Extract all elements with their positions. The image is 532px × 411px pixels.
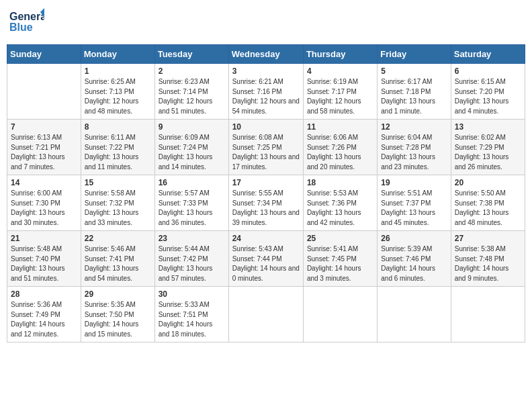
day-number: 14: [11, 178, 77, 187]
calendar-week-row: 21Sunrise: 5:48 AMSunset: 7:40 PMDayligh…: [7, 231, 525, 287]
day-info: Sunrise: 5:41 AMSunset: 7:45 PMDaylight:…: [307, 244, 373, 283]
day-info: Sunrise: 5:53 AMSunset: 7:36 PMDaylight:…: [307, 189, 373, 228]
calendar-week-row: 7Sunrise: 6:13 AMSunset: 7:21 PMDaylight…: [7, 120, 525, 175]
day-number: 27: [455, 234, 521, 243]
logo-graphic: General Blue: [9, 7, 44, 39]
svg-text:Blue: Blue: [9, 21, 33, 33]
day-number: 5: [381, 66, 447, 76]
calendar-cell: 24Sunrise: 5:43 AMSunset: 7:44 PMDayligh…: [228, 231, 303, 287]
calendar-cell: [378, 287, 451, 342]
day-number: 15: [85, 178, 151, 187]
day-number: 29: [85, 289, 151, 299]
day-info: Sunrise: 5:33 AMSunset: 7:51 PMDaylight:…: [159, 300, 225, 339]
calendar-cell: 25Sunrise: 5:41 AMSunset: 7:45 PMDayligh…: [303, 231, 377, 287]
day-number: 23: [159, 234, 225, 243]
calendar-cell: 12Sunrise: 6:04 AMSunset: 7:28 PMDayligh…: [378, 120, 451, 175]
day-number: 24: [232, 234, 300, 243]
col-header-thursday: Thursday: [303, 45, 377, 64]
col-header-friday: Friday: [378, 45, 451, 64]
calendar-cell: 7Sunrise: 6:13 AMSunset: 7:21 PMDaylight…: [7, 120, 81, 175]
day-info: Sunrise: 6:09 AMSunset: 7:24 PMDaylight:…: [159, 133, 225, 172]
day-number: 6: [455, 66, 521, 76]
day-info: Sunrise: 5:38 AMSunset: 7:48 PMDaylight:…: [455, 244, 521, 283]
day-number: 22: [85, 234, 151, 243]
col-header-monday: Monday: [81, 45, 154, 64]
calendar-table: SundayMondayTuesdayWednesdayThursdayFrid…: [7, 44, 525, 342]
calendar-cell: 16Sunrise: 5:57 AMSunset: 7:33 PMDayligh…: [154, 175, 228, 231]
calendar-cell: 15Sunrise: 5:58 AMSunset: 7:32 PMDayligh…: [81, 175, 154, 231]
calendar-cell: [303, 287, 377, 342]
calendar-cell: 1Sunrise: 6:25 AMSunset: 7:13 PMDaylight…: [81, 64, 154, 120]
day-number: 17: [232, 178, 300, 187]
calendar-cell: 28Sunrise: 5:36 AMSunset: 7:49 PMDayligh…: [7, 287, 81, 342]
day-info: Sunrise: 6:02 AMSunset: 7:29 PMDaylight:…: [455, 133, 521, 172]
day-number: 12: [381, 122, 447, 132]
col-header-sunday: Sunday: [7, 45, 81, 64]
day-number: 13: [455, 122, 521, 132]
calendar-cell: 29Sunrise: 5:35 AMSunset: 7:50 PMDayligh…: [81, 287, 154, 342]
calendar-cell: [451, 287, 525, 342]
day-info: Sunrise: 6:17 AMSunset: 7:18 PMDaylight:…: [381, 77, 447, 116]
col-header-saturday: Saturday: [451, 45, 525, 64]
day-number: 3: [232, 66, 300, 76]
calendar-week-row: 14Sunrise: 6:00 AMSunset: 7:30 PMDayligh…: [7, 175, 525, 231]
day-number: 16: [159, 178, 225, 187]
day-number: 30: [159, 289, 225, 299]
calendar-cell: 20Sunrise: 5:50 AMSunset: 7:38 PMDayligh…: [451, 175, 525, 231]
calendar-week-row: 28Sunrise: 5:36 AMSunset: 7:49 PMDayligh…: [7, 287, 525, 342]
calendar-header-row: SundayMondayTuesdayWednesdayThursdayFrid…: [7, 45, 525, 64]
day-info: Sunrise: 6:00 AMSunset: 7:30 PMDaylight:…: [11, 189, 77, 228]
col-header-wednesday: Wednesday: [228, 45, 303, 64]
day-number: 21: [11, 234, 77, 243]
day-info: Sunrise: 5:39 AMSunset: 7:46 PMDaylight:…: [381, 244, 447, 283]
calendar-cell: 2Sunrise: 6:23 AMSunset: 7:14 PMDaylight…: [154, 64, 228, 120]
day-info: Sunrise: 6:25 AMSunset: 7:13 PMDaylight:…: [85, 77, 151, 116]
day-info: Sunrise: 6:21 AMSunset: 7:16 PMDaylight:…: [232, 77, 300, 116]
day-info: Sunrise: 5:36 AMSunset: 7:49 PMDaylight:…: [11, 300, 77, 339]
calendar-cell: 19Sunrise: 5:51 AMSunset: 7:37 PMDayligh…: [378, 175, 451, 231]
calendar-week-row: 1Sunrise: 6:25 AMSunset: 7:13 PMDaylight…: [7, 64, 525, 120]
day-info: Sunrise: 6:06 AMSunset: 7:26 PMDaylight:…: [307, 133, 373, 172]
day-number: 7: [11, 122, 77, 132]
calendar-cell: 17Sunrise: 5:55 AMSunset: 7:34 PMDayligh…: [228, 175, 303, 231]
day-info: Sunrise: 6:04 AMSunset: 7:28 PMDaylight:…: [381, 133, 447, 172]
calendar-cell: 18Sunrise: 5:53 AMSunset: 7:36 PMDayligh…: [303, 175, 377, 231]
calendar-cell: 30Sunrise: 5:33 AMSunset: 7:51 PMDayligh…: [154, 287, 228, 342]
calendar-cell: 22Sunrise: 5:46 AMSunset: 7:41 PMDayligh…: [81, 231, 154, 287]
day-info: Sunrise: 5:48 AMSunset: 7:40 PMDaylight:…: [11, 244, 77, 283]
day-number: 10: [232, 122, 300, 132]
day-number: 9: [159, 122, 225, 132]
calendar-cell: 11Sunrise: 6:06 AMSunset: 7:26 PMDayligh…: [303, 120, 377, 175]
day-number: 18: [307, 178, 373, 187]
day-info: Sunrise: 6:08 AMSunset: 7:25 PMDaylight:…: [232, 133, 300, 172]
calendar-cell: 10Sunrise: 6:08 AMSunset: 7:25 PMDayligh…: [228, 120, 303, 175]
day-info: Sunrise: 5:58 AMSunset: 7:32 PMDaylight:…: [85, 189, 151, 228]
calendar-cell: [228, 287, 303, 342]
day-number: 1: [85, 66, 151, 76]
day-info: Sunrise: 5:51 AMSunset: 7:37 PMDaylight:…: [381, 189, 447, 228]
calendar-cell: 8Sunrise: 6:11 AMSunset: 7:22 PMDaylight…: [81, 120, 154, 175]
calendar-cell: 27Sunrise: 5:38 AMSunset: 7:48 PMDayligh…: [451, 231, 525, 287]
col-header-tuesday: Tuesday: [154, 45, 228, 64]
day-info: Sunrise: 5:43 AMSunset: 7:44 PMDaylight:…: [232, 244, 300, 283]
day-number: 4: [307, 66, 373, 76]
calendar-cell: 21Sunrise: 5:48 AMSunset: 7:40 PMDayligh…: [7, 231, 81, 287]
calendar-cell: 26Sunrise: 5:39 AMSunset: 7:46 PMDayligh…: [378, 231, 451, 287]
day-info: Sunrise: 5:44 AMSunset: 7:42 PMDaylight:…: [159, 244, 225, 283]
calendar-cell: 14Sunrise: 6:00 AMSunset: 7:30 PMDayligh…: [7, 175, 81, 231]
day-number: 19: [381, 178, 447, 187]
calendar-cell: 6Sunrise: 6:15 AMSunset: 7:20 PMDaylight…: [451, 64, 525, 120]
day-number: 2: [159, 66, 225, 76]
day-number: 25: [307, 234, 373, 243]
day-number: 8: [85, 122, 151, 132]
day-info: Sunrise: 5:35 AMSunset: 7:50 PMDaylight:…: [85, 300, 151, 339]
calendar-cell: 3Sunrise: 6:21 AMSunset: 7:16 PMDaylight…: [228, 64, 303, 120]
calendar-cell: 5Sunrise: 6:17 AMSunset: 7:18 PMDaylight…: [378, 64, 451, 120]
day-number: 28: [11, 289, 77, 299]
calendar-cell: 9Sunrise: 6:09 AMSunset: 7:24 PMDaylight…: [154, 120, 228, 175]
day-info: Sunrise: 5:55 AMSunset: 7:34 PMDaylight:…: [232, 189, 300, 228]
calendar-cell: 13Sunrise: 6:02 AMSunset: 7:29 PMDayligh…: [451, 120, 525, 175]
day-info: Sunrise: 5:46 AMSunset: 7:41 PMDaylight:…: [85, 244, 151, 283]
day-info: Sunrise: 6:23 AMSunset: 7:14 PMDaylight:…: [159, 77, 225, 116]
day-info: Sunrise: 6:19 AMSunset: 7:17 PMDaylight:…: [307, 77, 373, 116]
